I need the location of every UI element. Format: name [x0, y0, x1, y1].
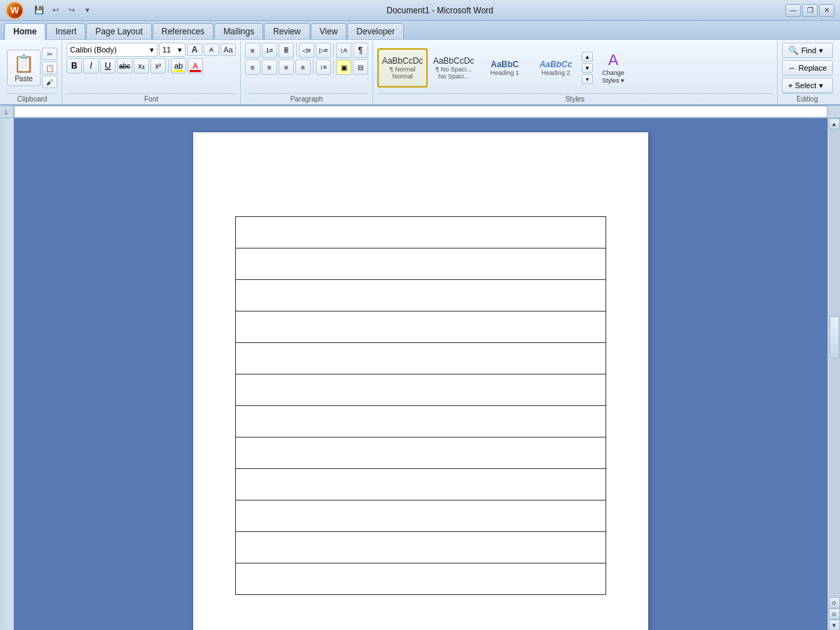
para-sep2 [333, 43, 334, 57]
scroll-prev-page-button[interactable]: ⊙ [829, 597, 840, 608]
find-button[interactable]: 🔍 Find ▾ [782, 43, 833, 58]
style-normal[interactable]: AaBbCcDc ¶ Normal Normal [377, 48, 428, 88]
font-shrink-button[interactable]: A [204, 43, 219, 56]
font-size-value: 11 [162, 46, 171, 54]
table-cell [236, 217, 606, 248]
table-row [236, 248, 606, 280]
font-grow-button[interactable]: A [187, 43, 202, 56]
scroll-down-button[interactable]: ▼ [829, 620, 840, 630]
change-styles-label: ChangeStyles ▾ [602, 69, 624, 85]
italic-button[interactable]: I [83, 58, 99, 74]
tab-home[interactable]: Home [4, 23, 46, 40]
change-styles-button[interactable]: A ChangeStyles ▾ [594, 48, 633, 88]
tab-mailings[interactable]: Mailings [214, 23, 263, 39]
undo-button[interactable]: ↩ [48, 4, 62, 18]
quick-access-toolbar: 💾 ↩ ↪ ▾ [32, 4, 94, 18]
scroll-track[interactable] [829, 130, 840, 597]
strikethrough-button[interactable]: abc [117, 58, 132, 74]
tab-developer[interactable]: Developer [347, 23, 404, 39]
dec-indent-button[interactable]: ◁≡ [299, 43, 314, 58]
quick-access-more-button[interactable]: ▾ [80, 4, 94, 18]
shading-button[interactable]: ▣ [336, 59, 351, 75]
tab-pagelayout[interactable]: Page Layout [86, 23, 151, 39]
style-heading2-preview: AaBbCc [540, 59, 573, 69]
style-heading2[interactable]: AaBbCc Heading 2 [531, 48, 581, 88]
style-heading1[interactable]: AaBbC Heading 1 [479, 48, 530, 88]
style-nospace-sublabel: ¶ No Spaci... [435, 66, 471, 73]
underline-button[interactable]: U [100, 58, 115, 74]
tab-review[interactable]: Review [264, 23, 309, 39]
format-painter-button[interactable]: 🖌 [42, 76, 57, 88]
ruler-corner: L [0, 106, 14, 118]
styles-scroll-up[interactable]: ▲ [582, 52, 593, 62]
table-cell [236, 564, 606, 595]
replace-icon: ↔ [788, 64, 796, 72]
document-area[interactable] [14, 118, 827, 630]
cut-button[interactable]: ✂ [42, 48, 57, 60]
bold-button[interactable]: B [66, 58, 82, 74]
editing-controls: 🔍 Find ▾ ↔ Replace ⌖ Select ▾ [782, 43, 833, 93]
line-spacing-button[interactable]: ↕≡ [316, 59, 331, 75]
select-button[interactable]: ⌖ Select ▾ [782, 78, 833, 93]
redo-button[interactable]: ↪ [64, 4, 78, 18]
style-normal-label: ¶ Normal [390, 66, 415, 73]
close-button[interactable]: ✕ [819, 4, 834, 17]
paragraph-row2: ≡ ≡ ≡ ≡ ↕≡ ▣ ⊟ [245, 59, 368, 75]
clear-format-button[interactable]: Aa [220, 43, 236, 56]
ruler-container: L [0, 106, 840, 118]
table-cell [236, 343, 606, 374]
align-left-button[interactable]: ≡ [245, 59, 260, 75]
bullets-button[interactable]: ≡ [245, 43, 260, 58]
font-name-dropdown-icon: ▾ [150, 46, 154, 55]
styles-scroll-more[interactable]: ▾ [582, 74, 593, 84]
tab-view[interactable]: View [311, 23, 347, 39]
paragraph-group: ≡ 1≡ ≣ ◁≡ ▷≡ ↕A ¶ ≡ ≡ ≡ ≡ ↕≡ [241, 41, 373, 104]
vertical-ruler [0, 118, 14, 630]
styles-controls: AaBbCcDc ¶ Normal Normal AaBbCcDc ¶ No S… [377, 43, 633, 93]
font-size-selector[interactable]: 11 ▾ [159, 43, 186, 57]
tab-insert[interactable]: Insert [46, 23, 85, 39]
styles-scroll-down[interactable]: ▼ [582, 63, 593, 73]
tab-references[interactable]: References [153, 23, 214, 39]
multilevel-button[interactable]: ≣ [279, 43, 294, 58]
borders-button[interactable]: ⊟ [353, 59, 368, 75]
scroll-up-button[interactable]: ▲ [829, 118, 840, 130]
paragraph-label: Paragraph [245, 93, 368, 103]
vertical-scrollbar: ▲ ⊙ ⊙ ▼ [827, 118, 840, 630]
align-right-button[interactable]: ≡ [279, 59, 294, 75]
style-nospace[interactable]: AaBbCcDc ¶ No Spaci... No Spaci... [428, 48, 479, 88]
office-button[interactable]: W [6, 1, 24, 20]
align-center-button[interactable]: ≡ [262, 59, 277, 75]
para-sep1 [296, 43, 297, 57]
font-color-button[interactable]: A [188, 58, 203, 74]
clipboard-controls: 📋 Paste ✂ 📋 🖌 [7, 43, 57, 93]
justify-button[interactable]: ≡ [295, 59, 311, 75]
style-normal-preview: AaBbCcDc [382, 56, 424, 66]
minimize-button[interactable]: — [785, 4, 801, 17]
superscript-button[interactable]: x² [150, 58, 166, 74]
sort-button[interactable]: ↕A [336, 43, 351, 58]
font-name-selector[interactable]: Calibri (Body) ▾ [66, 43, 158, 57]
style-nospace-preview: AaBbCcDc [433, 56, 475, 66]
table-row [236, 469, 606, 500]
show-marks-button[interactable]: ¶ [353, 43, 368, 58]
style-normal-name: Normal [392, 73, 412, 80]
window-controls: — ❐ ✕ [785, 4, 834, 17]
save-button[interactable]: 💾 [32, 4, 46, 18]
find-icon: 🔍 [788, 46, 799, 55]
font-separator [168, 59, 169, 73]
table-row [236, 312, 606, 343]
scroll-next-page-button[interactable]: ⊙ [829, 608, 840, 620]
copy-button[interactable]: 📋 [42, 62, 57, 74]
paste-icon: 📋 [13, 54, 34, 74]
find-label: Find [802, 46, 816, 55]
numbering-button[interactable]: 1≡ [262, 43, 277, 58]
restore-button[interactable]: ❐ [802, 4, 818, 17]
replace-button[interactable]: ↔ Replace [782, 60, 833, 76]
select-dropdown-icon: ▾ [819, 81, 823, 90]
scroll-thumb[interactable] [830, 316, 839, 358]
inc-indent-button[interactable]: ▷≡ [316, 43, 331, 58]
paste-button[interactable]: 📋 Paste [7, 50, 41, 86]
highlight-button[interactable]: ab [171, 58, 186, 74]
subscript-button[interactable]: x₂ [134, 58, 149, 74]
